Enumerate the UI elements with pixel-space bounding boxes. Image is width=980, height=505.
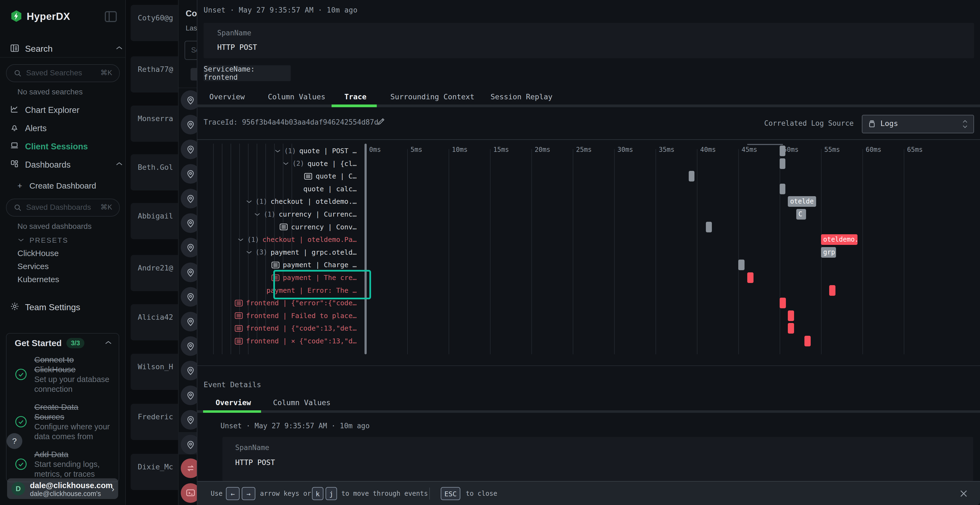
tab-overview[interactable]: Overview	[209, 91, 245, 103]
trace-span-bar[interactable]	[788, 310, 794, 321]
servicename-chip[interactable]: ServiceName: frontend	[204, 65, 291, 81]
timeline-gridline	[490, 149, 490, 354]
trace-span-bar[interactable]	[738, 260, 745, 270]
edit-pencil-icon[interactable]	[377, 117, 386, 126]
spanname-value: HTTP POST	[217, 43, 257, 51]
session-list-item[interactable]: Coty60@g	[130, 5, 178, 41]
presets-section-toggle[interactable]: PRESETS	[18, 236, 68, 245]
chevron-down-icon[interactable]	[246, 250, 252, 254]
timeline-gridline	[407, 149, 408, 354]
chevron-down-icon[interactable]	[283, 161, 289, 166]
sidebar-item-dashboards[interactable]: Dashboards	[10, 159, 125, 171]
trace-tree-row[interactable]: (1)checkout | oteldemo.Pa…	[197, 233, 356, 246]
get-started-item[interactable]: Create Data SourcesConfigure where your …	[15, 402, 111, 441]
correlated-log-source-label: Correlated Log Source	[764, 119, 854, 127]
sidebar-item-search[interactable]: Search	[10, 42, 125, 55]
trace-tree-row[interactable]: (1)checkout | oteldemo.…	[197, 195, 356, 208]
saved-searches-input[interactable]	[25, 65, 95, 81]
trace-span-bar[interactable]	[689, 171, 694, 181]
create-dashboard-button[interactable]: + Create Dashboard	[18, 181, 96, 191]
tab-column-values[interactable]: Column Values	[268, 91, 325, 103]
sidebar-item-alerts[interactable]: Alerts	[10, 123, 125, 134]
session-list-item[interactable]: Alicia42	[130, 304, 178, 340]
session-list-item[interactable]: Monserra	[130, 106, 178, 142]
sidebar-item-label: Client Sessions	[25, 142, 88, 152]
sidebar-item-label: Dashboards	[25, 160, 70, 170]
session-list-item[interactable]: Frederic	[130, 404, 178, 440]
tab-surrounding-context[interactable]: Surrounding Context	[390, 91, 474, 103]
trace-tree-row[interactable]: (3)payment | grpc.oteld…	[197, 246, 356, 259]
session-name: Monserra	[138, 114, 173, 123]
trace-span-bar[interactable]: C	[796, 209, 806, 219]
trace-span-bar[interactable]	[747, 272, 754, 283]
sidebar-item-client-sessions[interactable]: Client Sessions	[10, 141, 125, 152]
chevron-down-icon[interactable]	[274, 149, 281, 153]
user-account-bar[interactable]: D dale@clickhouse.com dale@clickhouse.co…	[7, 478, 118, 499]
trace-span-bar[interactable]: grp	[821, 247, 836, 258]
search-icon	[14, 203, 22, 212]
sidebar-item-chart-explorer[interactable]: Chart Explorer	[10, 105, 125, 116]
session-list-item[interactable]: Wilson_H	[130, 354, 178, 390]
session-list-item[interactable]: Abbigail	[130, 203, 178, 239]
get-started-item-text: Add DataStart sending logs, metrics, or …	[34, 449, 111, 479]
sidebar-item-clickhouse[interactable]: ClickHouse	[18, 249, 59, 258]
tree-scrollbar[interactable]	[364, 144, 367, 354]
get-started-item[interactable]: Connect to ClickHouseSet up your databas…	[15, 355, 111, 394]
saved-dashboards-searchbox[interactable]: ⌘K	[6, 199, 120, 217]
timeline-tick-label: 60ms	[865, 146, 881, 154]
chevron-down-icon[interactable]	[237, 238, 244, 242]
timeline-gridline	[780, 149, 780, 354]
trace-tree-row[interactable]: frontend | {"code":13,"det…	[197, 322, 356, 335]
trace-span-bar[interactable]	[780, 158, 785, 169]
help-button[interactable]: ?	[6, 433, 22, 449]
trace-span-bar[interactable]	[706, 222, 711, 232]
trace-span-bar[interactable]: otelde	[788, 196, 816, 207]
event-details-title: Event Details	[204, 380, 261, 389]
session-list-item[interactable]: Retha77@	[130, 56, 178, 92]
get-started-card: Get Started3/3 Connect to ClickHouseSet …	[6, 333, 119, 482]
saved-searches-searchbox[interactable]: ⌘K	[6, 64, 120, 82]
timeline-tick-label: 30ms	[617, 146, 633, 154]
timeline-gridline	[573, 149, 573, 354]
sidebar-item-kubernetes[interactable]: Kubernetes	[18, 275, 59, 284]
chevron-down-icon[interactable]	[246, 199, 252, 204]
chevron-up-icon[interactable]	[105, 340, 112, 345]
close-icon[interactable]	[959, 489, 969, 499]
trace-tree-row[interactable]: frontend | × {"code":13,"d…	[197, 335, 356, 348]
sidebar-item-team-settings[interactable]: Team Settings	[10, 302, 125, 313]
check-circle-icon	[15, 416, 27, 428]
chevron-down-icon[interactable]	[254, 212, 261, 217]
trace-span-bar[interactable]	[780, 146, 785, 156]
trace-row-label: payment | Charge …	[283, 261, 356, 269]
trace-tree-row[interactable]: quote | calc…	[197, 183, 356, 195]
sidebar-item-services[interactable]: Services	[18, 262, 49, 271]
event-details-tab-column-values[interactable]: Column Values	[273, 397, 331, 409]
trace-span-bar[interactable]	[780, 298, 786, 308]
trace-tree-row[interactable]: payment | Charge …	[197, 259, 356, 271]
trace-tree-row[interactable]: (1)currency | Currenc…	[197, 208, 356, 221]
log-source-select[interactable]: Logs	[862, 115, 974, 133]
trace-tree-row[interactable]: quote | C…	[197, 170, 356, 183]
trace-span-bar[interactable]	[780, 184, 785, 194]
tab-trace[interactable]: Trace	[344, 91, 366, 103]
trace-span-bar[interactable]	[829, 285, 835, 296]
session-list-item[interactable]: Andre21@	[130, 255, 178, 291]
esc-keycap: ESC	[441, 487, 460, 500]
trace-tree-row[interactable]: frontend | Failed to place…	[197, 310, 356, 322]
collapse-sidebar-icon[interactable]	[105, 11, 117, 22]
trace-span-bar[interactable]	[788, 323, 794, 333]
session-list-item[interactable]: Dixie_Mc	[130, 454, 178, 490]
session-list-item[interactable]: Beth.Gol	[130, 154, 178, 191]
get-started-item[interactable]: Add DataStart sending logs, metrics, or …	[15, 449, 111, 479]
trace-tree-row[interactable]: (1)quote | POST …	[197, 145, 356, 157]
trace-span-bar[interactable]	[804, 336, 811, 346]
tab-session-replay[interactable]: Session Replay	[490, 91, 553, 103]
trace-tree-row[interactable]: (2)quote | {cl…	[197, 157, 356, 170]
trace-tree-row[interactable]: currency | Conv…	[197, 221, 356, 233]
trace-row-label: frontend | × {"code":13,"d…	[246, 337, 356, 345]
trace-span-bar[interactable]: oteldemo.	[821, 234, 858, 245]
active-tab-indicator	[203, 410, 261, 413]
arrow-right-keycap: →	[242, 487, 255, 500]
event-details-tab-overview[interactable]: Overview	[216, 397, 251, 409]
saved-dashboards-input[interactable]	[25, 199, 95, 216]
